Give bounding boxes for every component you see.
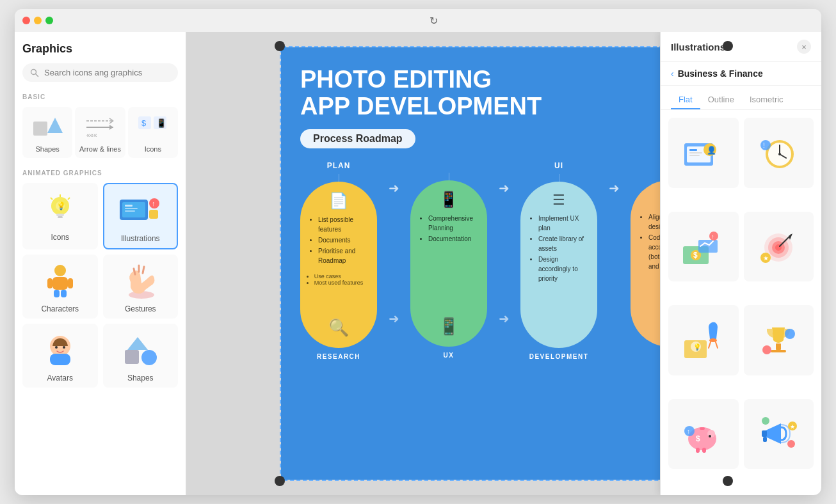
app-window: ↻ Graphics BASIC [15, 9, 821, 495]
illus-item-4[interactable]: ★ [744, 212, 814, 282]
svg-text:👤: 👤 [707, 145, 716, 155]
svg-rect-24 [125, 205, 133, 207]
icons-label: Icons [145, 145, 161, 153]
svg-text:↑: ↑ [152, 200, 156, 207]
search-box[interactable] [22, 63, 178, 82]
arrows-icon-area: ««« [82, 113, 118, 141]
icons-icon-area: $ 📱 [135, 113, 171, 141]
pill-list-icon: ☰ [552, 192, 565, 209]
title-bar-center: ↻ [53, 12, 814, 29]
col-ui-label: UI [554, 161, 563, 170]
basic-section-label: BASIC [22, 93, 178, 100]
pill-search-icon: 🔍 [328, 311, 349, 338]
arrow-right-4: ➜ [499, 311, 510, 326]
canvas-area[interactable]: PHOTO EDITINGAPP DEVELOPMENT Process Roa… [186, 32, 821, 495]
col-ux: 📱 Comprehensive Planning Documentation 📱 [410, 161, 487, 359]
col-divider-3 [559, 174, 559, 182]
svg-rect-92 [762, 430, 767, 437]
tab-isometric[interactable]: Isometric [742, 91, 791, 109]
illus-item-3[interactable]: $ ↑ [668, 212, 739, 282]
illus-icon-2: ! [753, 127, 804, 178]
handle-bottom-right[interactable] [723, 476, 733, 486]
svg-point-41 [63, 346, 65, 349]
svg-point-31 [54, 265, 66, 276]
svg-point-43 [141, 350, 157, 365]
back-arrow-icon[interactable]: ‹ [671, 68, 674, 79]
panel-header: Illustrations × [661, 32, 821, 62]
title-bar: ↻ [15, 9, 821, 32]
arrow-2: ➜ ➜ [491, 161, 517, 326]
svg-rect-47 [689, 149, 697, 151]
sidebar-item-arrows[interactable]: ««« Arrow & lines [75, 107, 125, 158]
sidebar-item-characters[interactable]: Characters [22, 255, 98, 319]
gesture-icon [121, 263, 159, 300]
illustrations-icon-area: ↑ [115, 192, 166, 230]
svg-rect-34 [68, 278, 73, 288]
svg-text:!: ! [763, 142, 765, 149]
gestures-icon-area [115, 262, 166, 301]
illus-item-8[interactable]: ★ [744, 399, 814, 469]
svg-marker-8 [109, 125, 113, 130]
col-research-label: RESEARCH [317, 353, 360, 360]
icons-preview-icon: $ 📱 [137, 115, 169, 139]
handle-top-right[interactable] [723, 41, 733, 51]
col-divider-1 [339, 174, 339, 182]
illus-icon-1: 👤 [678, 127, 729, 178]
sidebar-item-gestures[interactable]: Gestures [103, 255, 179, 319]
illus-item-2[interactable]: ! [744, 118, 814, 188]
icons-anim-label: Icons [51, 233, 69, 242]
sidebar-item-avatars[interactable]: Avatars [22, 324, 98, 388]
svg-text:★: ★ [790, 423, 795, 430]
svg-text:$: $ [141, 118, 147, 128]
sidebar-item-shapes[interactable]: Shapes [22, 107, 72, 158]
panel-title: Illustrations [671, 42, 725, 52]
svg-rect-48 [689, 152, 702, 154]
sidebar-item-shapes-animated[interactable]: Shapes [103, 324, 179, 388]
arrow-1: ➜ ➜ [381, 161, 406, 326]
svg-point-84 [707, 430, 715, 437]
shapes-icon-area [29, 113, 65, 141]
refresh-button[interactable]: ↻ [424, 12, 442, 29]
svg-rect-15 [56, 214, 64, 216]
sidebar-item-icons-animated[interactable]: 💡 Icons [22, 183, 98, 249]
svg-rect-85 [700, 427, 705, 430]
character-icon [44, 263, 77, 300]
svg-rect-79 [776, 343, 781, 350]
illus-item-6[interactable] [744, 305, 814, 375]
pill-doc-icon: 📄 [329, 192, 348, 210]
animated-section-label: ANIMATED GRAPHICS [22, 169, 178, 177]
illus-item-1[interactable]: 👤 [668, 118, 739, 188]
svg-rect-25 [125, 208, 138, 209]
close-button[interactable] [22, 17, 30, 24]
minimize-button[interactable] [34, 17, 42, 24]
gestures-label: Gestures [125, 304, 156, 313]
characters-icon-area [35, 262, 86, 301]
svg-line-77 [709, 340, 711, 348]
svg-text:📱: 📱 [156, 118, 167, 129]
svg-rect-88 [702, 448, 706, 453]
search-input[interactable] [44, 68, 170, 77]
svg-point-82 [762, 345, 771, 354]
breadcrumb-text: Business & Finance [678, 68, 763, 79]
sidebar-item-illustrations[interactable]: ↑ Illustrations [103, 183, 179, 249]
roadmap-title: PHOTO EDITINGAPP DEVELOPMENT [300, 67, 707, 120]
shapes-anim-icon-area [115, 331, 166, 370]
handle-top-left[interactable] [275, 41, 285, 51]
animated-items-grid: 💡 Icons ↑ [22, 183, 178, 388]
svg-point-86 [709, 435, 711, 437]
tab-flat[interactable]: Flat [671, 91, 700, 109]
pill-phone-icon: 📱 [439, 191, 458, 209]
tab-outline[interactable]: Outline [700, 91, 742, 109]
sidebar-item-icons[interactable]: $ 📱 Icons [128, 107, 178, 158]
panel-close-button[interactable]: × [797, 40, 811, 54]
bulb-icon: 💡 [44, 193, 77, 226]
maximize-button[interactable] [45, 17, 53, 24]
svg-rect-26 [125, 210, 135, 212]
illus-item-7[interactable]: $ ↑ [668, 399, 739, 469]
avatars-icon-area [35, 331, 86, 370]
svg-rect-87 [696, 448, 700, 453]
col-dev-label: DEVELOPMENT [529, 353, 589, 360]
illus-item-5[interactable]: 💡 [668, 305, 739, 375]
illustrations-preview-icon: ↑ [117, 194, 163, 228]
handle-bottom-left[interactable] [275, 476, 285, 486]
